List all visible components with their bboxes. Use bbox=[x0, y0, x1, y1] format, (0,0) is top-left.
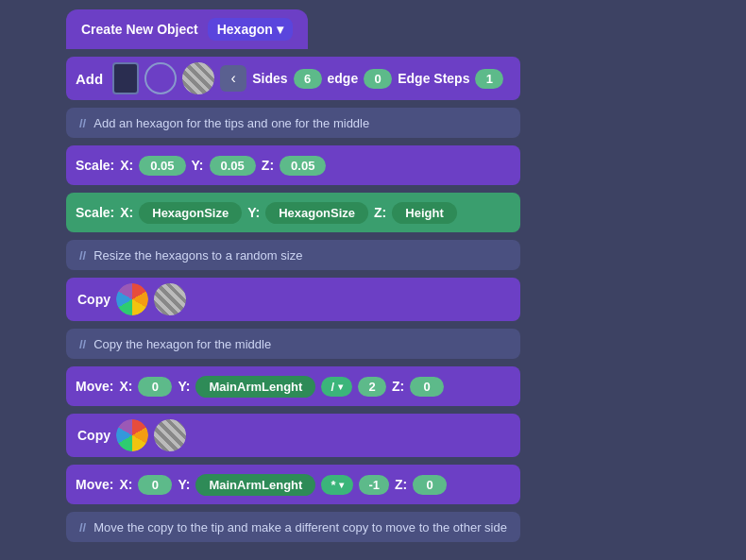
scale1-z-value[interactable]: 0.05 bbox=[280, 156, 326, 176]
comment2-block: // Resize the hexagons to a random size bbox=[66, 240, 520, 270]
scale1-row: Scale: X: 0.05 Y: 0.05 Z: 0.05 bbox=[66, 145, 520, 185]
edge-steps-value[interactable]: 1 bbox=[475, 69, 503, 89]
move2-label: Move: bbox=[76, 477, 113, 492]
comment1-text: Add an hexagon for the tips and one for … bbox=[93, 116, 369, 130]
move1-x-label: X: bbox=[119, 379, 132, 394]
move1-y-label: Y: bbox=[178, 379, 190, 394]
move2-x-value[interactable]: 0 bbox=[138, 475, 172, 495]
comment4-block: // Move the copy to the tip and make a d… bbox=[66, 512, 520, 542]
edge-label: edge bbox=[328, 71, 359, 86]
move1-y-value[interactable]: MainArmLenght bbox=[195, 376, 315, 398]
scale2-x-value[interactable]: HexagonSize bbox=[139, 202, 242, 224]
move1-div-label: / bbox=[331, 380, 334, 394]
comment3-text: Copy the hexagon for the middle bbox=[93, 337, 271, 351]
scale1-y-value[interactable]: 0.05 bbox=[210, 156, 256, 176]
hexagon-dropdown[interactable]: Hexagon ▾ bbox=[208, 18, 293, 41]
comment1-block: // Add an hexagon for the tips and one f… bbox=[66, 108, 520, 138]
move1-div-arrow: ▾ bbox=[338, 382, 343, 392]
move2-y-value[interactable]: MainArmLenght bbox=[195, 474, 315, 496]
move1-z-value[interactable]: 0 bbox=[410, 377, 444, 397]
scale2-y-value[interactable]: HexagonSize bbox=[265, 202, 368, 224]
move2-x-label: X: bbox=[119, 477, 132, 492]
move2-z-value[interactable]: 0 bbox=[413, 475, 447, 495]
move2-mul-op[interactable]: * ▾ bbox=[321, 475, 353, 495]
move2-y-label: Y: bbox=[178, 477, 190, 492]
add-row: Add ‹ Sides 6 edge 0 Edge Steps 1 bbox=[66, 57, 520, 100]
move1-div-op[interactable]: / ▾ bbox=[321, 377, 352, 397]
move1-div-value[interactable]: 2 bbox=[358, 377, 386, 397]
scale1-z-label: Z: bbox=[262, 158, 274, 173]
shape-label: Hexagon bbox=[217, 22, 273, 37]
comment2-slash: // bbox=[79, 248, 86, 263]
copy2-rainbow-icon[interactable] bbox=[116, 419, 148, 451]
comment3-block: // Copy the hexagon for the middle bbox=[66, 329, 520, 359]
move2-row: Move: X: 0 Y: MainArmLenght * ▾ -1 Z: 0 bbox=[66, 465, 520, 504]
comment2-text: Resize the hexagons to a random size bbox=[93, 248, 302, 263]
copy1-row: Copy bbox=[66, 278, 520, 321]
shape-icon-rect[interactable] bbox=[112, 62, 139, 94]
edge-steps-label: Edge Steps bbox=[398, 71, 469, 86]
create-label: Create New Object bbox=[81, 22, 198, 37]
edge-value[interactable]: 0 bbox=[364, 69, 392, 89]
add-label: Add bbox=[76, 71, 103, 87]
move2-mul-arrow: ▾ bbox=[339, 480, 344, 490]
move2-mul-label: * bbox=[331, 478, 335, 492]
scale1-y-label: Y: bbox=[192, 158, 204, 173]
copy1-stripe-icon[interactable] bbox=[154, 283, 186, 315]
sides-value[interactable]: 6 bbox=[294, 69, 322, 89]
comment4-slash: // bbox=[79, 520, 86, 535]
arrow-left-btn[interactable]: ‹ bbox=[220, 65, 246, 92]
dropdown-arrow-icon: ▾ bbox=[277, 22, 283, 37]
comment1-slash: // bbox=[79, 116, 86, 130]
scale2-z-value[interactable]: Height bbox=[392, 202, 456, 224]
scale2-row: Scale: X: HexagonSize Y: HexagonSize Z: … bbox=[66, 193, 520, 232]
move2-mul-value[interactable]: -1 bbox=[359, 475, 389, 495]
move1-z-label: Z: bbox=[392, 379, 404, 394]
copy1-label: Copy bbox=[77, 292, 110, 307]
copy2-label: Copy bbox=[77, 428, 110, 443]
comment4-text: Move the copy to the tip and make a diff… bbox=[93, 520, 507, 535]
workspace: Create New Object Hexagon ▾ Add ‹ Sides … bbox=[66, 9, 520, 542]
scale2-label: Scale: bbox=[76, 205, 114, 220]
scale1-label: Scale: bbox=[76, 158, 114, 173]
shape-icon-stripe[interactable] bbox=[182, 62, 214, 94]
scale1-x-value[interactable]: 0.05 bbox=[139, 156, 185, 176]
create-new-object-block[interactable]: Create New Object Hexagon ▾ bbox=[66, 9, 308, 49]
scale2-x-label: X: bbox=[120, 205, 133, 220]
move1-x-value[interactable]: 0 bbox=[138, 377, 172, 397]
comment3-slash: // bbox=[79, 337, 86, 351]
sides-label: Sides bbox=[252, 71, 287, 86]
move1-row: Move: X: 0 Y: MainArmLenght / ▾ 2 Z: 0 bbox=[66, 366, 520, 406]
header-row: Create New Object Hexagon ▾ bbox=[66, 9, 520, 49]
scale1-x-label: X: bbox=[120, 158, 133, 173]
scale2-y-label: Y: bbox=[247, 205, 260, 220]
move2-z-label: Z: bbox=[395, 477, 407, 492]
shape-icon-circle[interactable] bbox=[144, 62, 177, 94]
copy1-rainbow-icon[interactable] bbox=[116, 283, 148, 315]
scale2-z-label: Z: bbox=[374, 205, 386, 220]
copy2-stripe-icon[interactable] bbox=[154, 419, 186, 451]
move1-label: Move: bbox=[76, 379, 113, 394]
copy2-row: Copy bbox=[66, 414, 520, 457]
